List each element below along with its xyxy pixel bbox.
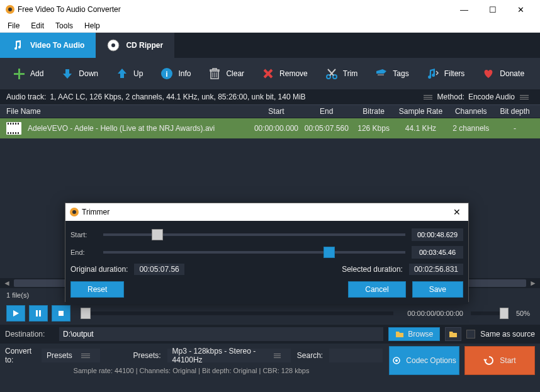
close-button[interactable]: ✕ [507, 0, 535, 19]
convert-to-menu-icon[interactable] [81, 354, 90, 358]
audio-track-value[interactable]: 1, AAC LC, 126 Kbps, 2 channels, 44.1 KH… [50, 92, 418, 101]
trimmer-titlebar[interactable]: Trimmer ✕ [65, 203, 468, 221]
menu-bar: File Edit Tools Help [0, 19, 540, 33]
trimmer-close-button[interactable]: ✕ [449, 207, 464, 217]
trim-button[interactable]: Trim [325, 67, 358, 80]
arrow-up-icon [116, 67, 128, 80]
window-title: Free Video To Audio Converter [15, 5, 450, 14]
svg-rect-8 [36, 310, 38, 316]
method-label: Method: [437, 92, 464, 101]
down-button[interactable]: Down [61, 67, 98, 80]
trimmer-dialog: Trimmer ✕ Start: 00:00:48.629 End: 00:03… [65, 203, 469, 302]
menu-file[interactable]: File [3, 20, 25, 32]
pause-icon [35, 310, 42, 317]
codec-options-button[interactable]: Codec Options [389, 346, 459, 375]
end-handle[interactable] [323, 247, 335, 258]
table-row[interactable]: AdeleVEVO - Adele - Hello (Live at the N… [0, 118, 540, 138]
minimize-button[interactable]: — [450, 0, 478, 19]
scroll-left-icon[interactable]: ◄ [3, 279, 11, 288]
stop-icon [57, 310, 65, 317]
save-button[interactable]: Save [412, 281, 463, 298]
scroll-right-icon[interactable]: ► [529, 279, 537, 288]
selected-duration-label: Selected duration: [342, 265, 403, 274]
plus-icon [13, 67, 25, 80]
up-button[interactable]: Up [116, 67, 143, 80]
start-handle[interactable] [152, 229, 163, 240]
method-menu-icon[interactable] [520, 95, 529, 99]
clear-button[interactable]: Clear [208, 67, 244, 80]
tab-cd-ripper[interactable]: CD Ripper [96, 33, 174, 58]
browse-button[interactable]: Browse [388, 327, 440, 341]
same-as-source-checkbox[interactable] [466, 330, 475, 339]
reset-button[interactable]: Reset [70, 281, 124, 298]
start-time[interactable]: 00:00:48.629 [412, 228, 463, 241]
cell-channels: 2 channels [446, 124, 496, 133]
progress-handle[interactable] [81, 308, 91, 319]
tab-video-to-audio-label: Video To Audio [30, 41, 84, 50]
search-input[interactable] [329, 349, 383, 362]
mode-tabs: Video To Audio CD Ripper [0, 33, 540, 58]
cell-bitrate: 126 Kbps [352, 124, 396, 133]
refresh-icon [483, 355, 495, 366]
filter-icon [427, 67, 439, 80]
volume-handle[interactable] [500, 308, 509, 319]
col-sample[interactable]: Sample Rate [396, 107, 446, 116]
tags-button[interactable]: Tags [375, 67, 408, 80]
convert-to-select[interactable]: Presets [42, 349, 100, 362]
audio-track-row: Audio track: 1, AAC LC, 126 Kbps, 2 chan… [0, 89, 540, 104]
folder-open-icon [449, 330, 458, 338]
start-label: Start: [70, 231, 97, 238]
pause-button[interactable] [29, 305, 48, 322]
cell-filename: AdeleVEVO - Adele - Hello (Live at the N… [28, 124, 215, 133]
maximize-button[interactable]: ☐ [478, 0, 507, 19]
svg-point-12 [395, 359, 398, 362]
info-button[interactable]: iInfo [160, 67, 191, 80]
preset-select[interactable]: Mp3 - 128kbps - Stereo - 44100Hz [167, 349, 291, 362]
donate-button[interactable]: Donate [482, 67, 524, 80]
col-channels[interactable]: Channels [446, 107, 496, 116]
selected-duration-value: 00:02:56.831 [409, 264, 463, 275]
x-icon [262, 67, 274, 80]
col-filename[interactable]: File Name [6, 107, 251, 116]
stop-button[interactable] [52, 305, 70, 322]
start-button[interactable]: Start [464, 346, 535, 375]
arrow-down-icon [61, 67, 74, 80]
video-file-icon [6, 122, 21, 135]
tag-icon [375, 67, 388, 80]
play-button[interactable] [6, 305, 25, 322]
cancel-button[interactable]: Cancel [348, 281, 405, 298]
destination-input[interactable]: D:\output [59, 327, 383, 341]
menu-tools[interactable]: Tools [50, 20, 78, 32]
col-start[interactable]: Start [251, 107, 301, 116]
convert-to-label: Convert to: [5, 347, 35, 364]
cell-start: 00:00:00.000 [251, 124, 301, 133]
end-time[interactable]: 00:03:45.46 [412, 246, 463, 259]
open-folder-button[interactable] [445, 327, 461, 341]
info-icon: i [160, 67, 173, 80]
method-value[interactable]: Encode Audio [468, 92, 515, 101]
original-duration-value: 00:05:07.56 [134, 264, 184, 275]
audio-track-menu-icon[interactable] [424, 95, 432, 99]
start-slider[interactable] [103, 233, 405, 236]
original-duration-label: Original duration: [70, 265, 128, 274]
menu-help[interactable]: Help [79, 20, 105, 32]
playback-progress[interactable] [81, 311, 393, 315]
col-bitrate[interactable]: Bitrate [352, 107, 396, 116]
app-icon [69, 207, 79, 217]
end-label: End: [70, 249, 97, 256]
svg-rect-10 [59, 311, 64, 316]
preset-summary: Sample rate: 44100 | Channels: Original … [0, 367, 383, 374]
svg-point-3 [111, 43, 115, 47]
end-slider[interactable] [103, 251, 405, 254]
tab-video-to-audio[interactable]: Video To Audio [0, 33, 96, 58]
volume-slider[interactable] [471, 311, 509, 315]
app-icon [5, 4, 15, 14]
preset-menu-icon[interactable] [274, 354, 281, 358]
col-bitdepth[interactable]: Bit depth [496, 107, 534, 116]
remove-button[interactable]: Remove [262, 67, 308, 80]
col-end[interactable]: End [301, 107, 352, 116]
menu-edit[interactable]: Edit [26, 20, 49, 32]
add-button[interactable]: Add [13, 67, 43, 80]
filters-button[interactable]: Filters [427, 67, 465, 80]
same-as-source-label: Same as source [480, 330, 535, 339]
